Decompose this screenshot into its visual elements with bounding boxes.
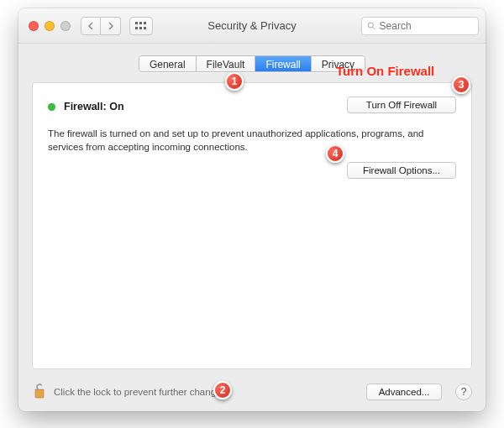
- traffic-lights: [29, 21, 71, 31]
- svg-rect-5: [144, 27, 146, 29]
- svg-rect-3: [135, 27, 138, 29]
- turn-off-firewall-button[interactable]: Turn Off Firewall: [347, 97, 456, 113]
- annotation-callout-4: 4: [326, 144, 344, 163]
- search-icon: [367, 21, 376, 31]
- annotation-turn-on-text: Turn On Firewall: [336, 64, 434, 78]
- firewall-panel: Firewall: On Turn Off Firewall The firew…: [32, 82, 472, 369]
- svg-rect-0: [135, 22, 138, 24]
- svg-point-6: [368, 23, 373, 28]
- back-button[interactable]: [81, 17, 101, 35]
- firewall-description: The firewall is turned on and set up to …: [48, 127, 434, 154]
- footer: Click the lock to prevent further change…: [18, 378, 486, 411]
- grid-icon: [135, 22, 147, 30]
- svg-rect-2: [144, 22, 146, 24]
- titlebar: Security & Privacy: [18, 8, 486, 44]
- tab-general[interactable]: General: [139, 56, 197, 71]
- status-indicator-icon: [48, 103, 55, 111]
- tab-firewall[interactable]: Firewall: [255, 56, 311, 71]
- tab-filevault[interactable]: FileVault: [197, 56, 256, 71]
- svg-line-7: [373, 27, 375, 29]
- forward-button[interactable]: [101, 17, 121, 35]
- svg-rect-1: [139, 22, 142, 24]
- annotation-callout-2: 2: [213, 381, 232, 399]
- lock-icon[interactable]: [32, 382, 47, 402]
- advanced-button[interactable]: Advanced...: [366, 384, 442, 400]
- chevron-right-icon: [108, 22, 114, 30]
- svg-rect-4: [139, 27, 142, 29]
- minimize-icon[interactable]: [45, 21, 55, 31]
- annotation-callout-3: 3: [452, 76, 470, 94]
- help-button[interactable]: ?: [455, 384, 472, 400]
- close-icon[interactable]: [29, 21, 39, 31]
- annotation-callout-1: 1: [225, 72, 244, 91]
- zoom-icon: [60, 21, 71, 31]
- chevron-left-icon: [87, 22, 94, 30]
- firewall-status-label: Firewall: On: [64, 101, 124, 112]
- show-all-button[interactable]: [129, 17, 153, 35]
- search-input[interactable]: [380, 20, 473, 32]
- nav-group: [81, 17, 121, 35]
- segmented-control: General FileVault Firewall Privacy: [139, 55, 365, 72]
- search-field[interactable]: [361, 17, 479, 35]
- lock-hint-text: Click the lock to prevent further change…: [54, 387, 360, 397]
- firewall-options-button[interactable]: Firewall Options...: [347, 162, 456, 179]
